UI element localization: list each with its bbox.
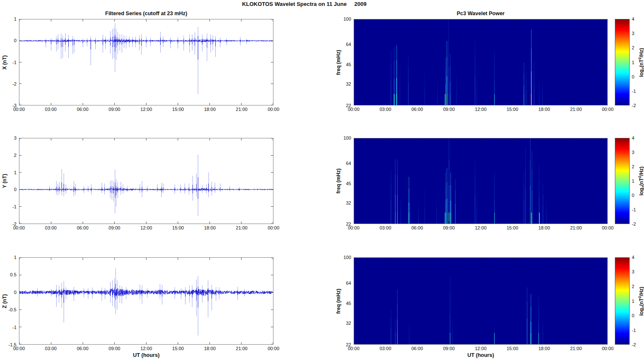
x-tick-label: 15:00 <box>172 107 184 112</box>
x-tick-label: 21:00 <box>236 225 248 230</box>
y-tick-label: 32 <box>346 81 351 86</box>
y-tick-labels: 10-1-2-3 <box>0 19 19 105</box>
x-tick-labels: 00:0003:0006:0009:0012:0015:0018:0021:00… <box>19 224 273 232</box>
y-tick-label: 1 <box>14 255 16 260</box>
colorbar-tick-label: -2 <box>632 221 636 227</box>
y-tick-label: 64 <box>346 161 351 166</box>
colorbar-tick-label: -2 <box>632 103 636 108</box>
x-tick-label: 03:00 <box>379 225 391 230</box>
x-tick-label: 18:00 <box>204 346 216 351</box>
colorbar-tick-label: 1 <box>632 60 634 65</box>
colorbar-x: 43210-1-2 log2(nT2/Hz) <box>615 19 630 105</box>
y-timeseries-plot <box>19 138 273 224</box>
x-tick-labels: 00:0003:0006:0009:0012:0015:0018:0021:00… <box>354 105 608 113</box>
y-tick-label: -1 <box>12 204 16 209</box>
y-tick-labels: 10.50-0.5-1-1.5 <box>0 257 19 345</box>
z-timeseries-panel: Z (nT) 10.50-0.5-1-1.5 00:0003:0006:0009… <box>19 257 273 345</box>
x-timeseries-panel: Filtered Series (cutoff at 23 mHz) X (nT… <box>19 19 273 105</box>
x-tick-label: 21:00 <box>570 225 582 230</box>
colorbar-tick-label: 0 <box>632 193 634 198</box>
x-tick-label: 00:00 <box>348 346 360 351</box>
colorbar-label-wrap: log2(nT2/Hz) <box>638 19 644 105</box>
colorbar-tick-label: 3 <box>632 269 634 274</box>
x-tick-label: 00:00 <box>602 107 614 112</box>
y-tick-label: 2 <box>14 153 16 158</box>
colorbar-unit-label: log2(nT2/Hz) <box>638 167 644 196</box>
colorbar-tick-label: 4 <box>632 135 634 140</box>
x-tick-label: 15:00 <box>506 225 518 230</box>
y-tick-label: 45 <box>346 301 351 306</box>
x-tick-label: 00:00 <box>602 225 614 230</box>
x-tick-label: 21:00 <box>236 346 248 351</box>
colorbar-tick-label: 3 <box>632 150 634 155</box>
x-tick-label: 18:00 <box>204 225 216 230</box>
y-tick-label: 1 <box>14 170 16 175</box>
x-tick-label: 03:00 <box>379 346 391 351</box>
x-tick-label: 18:00 <box>538 225 550 230</box>
y-tick-label: -1 <box>12 60 16 65</box>
y-timeseries-panel: Y (nT) 3210-1-2 00:0003:0006:0009:0012:0… <box>19 138 273 224</box>
x-tick-label: 06:00 <box>411 346 423 351</box>
x-tick-label: 09:00 <box>443 225 455 230</box>
colorbar-tick-label: 2 <box>632 45 634 50</box>
colorbar-label-wrap: log2(nT2/Hz) <box>638 138 644 224</box>
y-tick-label: -0.5 <box>8 307 16 312</box>
y-tick-label: 1 <box>14 16 16 22</box>
x-tick-label: 12:00 <box>141 225 152 230</box>
timeseries-svg <box>19 258 273 344</box>
x-spectrogram-panel: Pc3 Wavelet Power freq (mHz) 10064453222… <box>354 19 608 105</box>
colorbar-y: 43210-1-2 log2(nT2/Hz) <box>615 138 630 224</box>
y-tick-label: 64 <box>346 42 351 47</box>
x-tick-label: 12:00 <box>475 225 487 230</box>
x-tick-label: 00:00 <box>268 107 279 112</box>
timeseries-svg <box>19 19 273 105</box>
wavelet-power-title: Pc3 Wavelet Power <box>354 11 608 16</box>
x-tick-label: 09:00 <box>443 346 455 351</box>
y-tick-label: 64 <box>346 281 351 286</box>
colorbar-tick-label: 0 <box>632 313 634 318</box>
y-tick-label: 100 <box>344 16 351 22</box>
y-spectrogram-panel: freq (mHz) 10064453222 00:0003:0006:0009… <box>354 138 608 224</box>
x-tick-label: 00:00 <box>268 346 279 351</box>
colorbar-tick-label: 0 <box>632 74 634 79</box>
x-tick-label: 21:00 <box>570 107 582 112</box>
x-tick-label: 21:00 <box>570 346 582 351</box>
x-tick-label: 00:00 <box>13 346 25 351</box>
x-tick-label: 18:00 <box>538 346 550 351</box>
colorbar-tick-label: -1 <box>632 207 636 212</box>
x-timeseries-plot <box>19 19 273 105</box>
x-tick-label: 00:00 <box>268 225 279 230</box>
z-spectrogram-panel: freq (mHz) 10064453222 00:0003:0006:0009… <box>354 257 608 345</box>
y-tick-labels: 3210-1-2 <box>0 138 19 224</box>
y-tick-label: 0 <box>14 38 16 43</box>
y-tick-label: 32 <box>346 200 351 205</box>
x-tick-label: 00:00 <box>348 107 360 112</box>
x-tick-label: 00:00 <box>348 225 360 230</box>
y-tick-label: 32 <box>346 321 351 326</box>
x-tick-label: 00:00 <box>602 346 614 351</box>
x-tick-label: 09:00 <box>443 107 455 112</box>
x-tick-label: 09:00 <box>108 346 120 351</box>
x-tick-label: 21:00 <box>236 107 248 112</box>
y-tick-label: 0 <box>14 187 16 192</box>
x-tick-label: 06:00 <box>77 107 89 112</box>
x-tick-labels: 00:0003:0006:0009:0012:0015:0018:0021:00… <box>354 224 608 232</box>
y-tick-label: 45 <box>346 62 351 67</box>
filtered-series-title: Filtered Series (cutoff at 23 mHz) <box>19 11 273 16</box>
spectrogram-svg <box>354 19 607 105</box>
colorbar-z: 43210-1-2 log2(nT2/Hz) <box>615 257 630 345</box>
x-tick-label: 03:00 <box>45 225 57 230</box>
x-tick-label: 15:00 <box>172 346 184 351</box>
x-tick-label: 06:00 <box>77 225 89 230</box>
colorbar-unit-label: log2(nT2/Hz) <box>638 286 644 316</box>
y-tick-label: 100 <box>344 135 351 140</box>
spectrogram-svg <box>354 258 607 344</box>
colorbar-tick-label: 1 <box>632 299 634 304</box>
y-tick-label: 0 <box>14 290 16 295</box>
x-tick-label: 18:00 <box>538 107 550 112</box>
y-tick-label: 45 <box>346 181 351 186</box>
x-tick-label: 09:00 <box>108 107 120 112</box>
x-tick-label: 00:00 <box>13 225 25 230</box>
x-tick-label: 00:00 <box>13 107 25 112</box>
y-spectrogram-plot <box>354 138 608 224</box>
